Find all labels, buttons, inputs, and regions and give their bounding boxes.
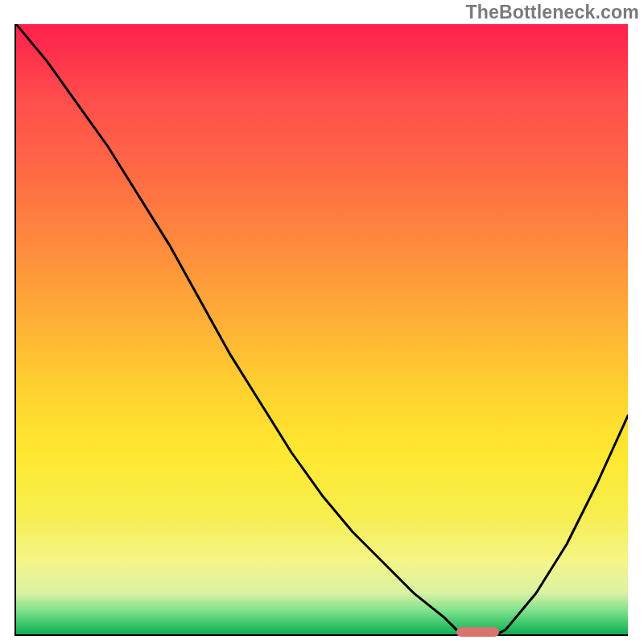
bottleneck-curve — [16, 24, 628, 636]
optimal-range-marker — [456, 627, 499, 637]
watermark-text: TheBottleneck.com — [465, 2, 639, 23]
chart-container: TheBottleneck.com — [0, 0, 644, 644]
